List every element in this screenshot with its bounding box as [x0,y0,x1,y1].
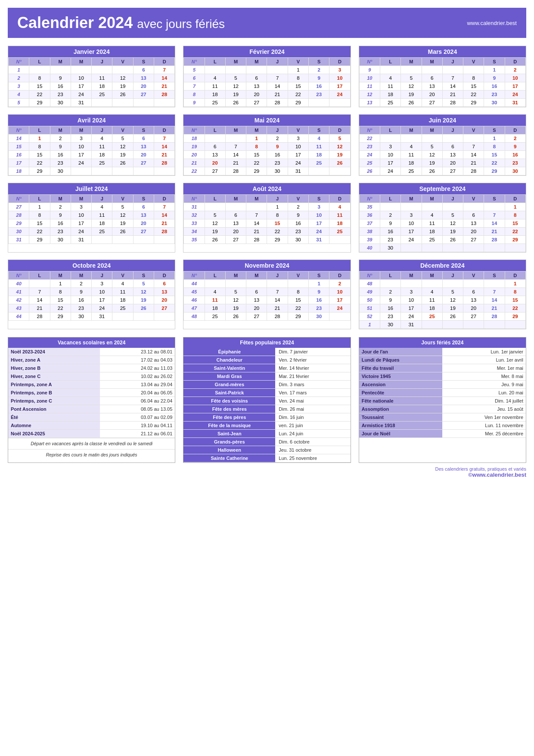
table-row: 196789101112 [184,143,350,151]
list-item: Grand-mèresDim. 3 mars [183,381,350,389]
month-block-11: Décembre 2024N°LMMJVSD481492345678509101… [359,259,526,329]
list-item: Jour de l'anLun. 1er janvier [359,348,526,356]
table-row: 48252627282930 [184,312,350,321]
list-item: Sainte CatherineLun. 25 novembre [183,454,350,462]
table-row: 13031 [359,321,525,329]
table-row: 233456789 [359,143,525,151]
list-item: HalloweenJeu. 31 octobre [183,446,350,454]
list-item: Saint-PatrickVen. 17 mars [183,389,350,397]
website-text: www.calendrier.best [467,20,517,26]
header-subtitle-text: avec jours fériés [137,17,225,31]
table-row: 315161718192021 [9,82,175,91]
table-row: 2624252627282930 [359,167,525,175]
table-row: 5223242526272829 [359,312,525,321]
month-block-1: Février 2024N°LMMJVSD5123645678910711121… [183,46,351,107]
list-item: Saint-ValentinMer. 14 février [183,364,350,372]
table-row: 271234567 [9,203,175,211]
vacances-block: Vacances scolaires en 2024Noël 2023-2024… [8,337,175,463]
header-title-text: Calendrier 2024 [17,14,133,31]
table-row: 4611121314151617 [184,296,350,304]
list-item: Saint-JeanLun. 24 juin [183,430,350,438]
table-row: 2410111213141516 [359,151,525,159]
month-block-6: Juillet 2024N°LMMJVSD2712345672889101112… [8,183,175,253]
table-row: 1722232425262728 [9,159,175,167]
list-item: Fête des mèresDim. 26 mai [183,405,350,413]
table-row: 92526272829 [184,99,350,107]
table-row: 645678910 [184,74,350,82]
list-item: Pont Ascension08.05 au 13.05 [8,405,175,413]
table-row: 4545678910 [184,288,350,296]
table-row: 35262728293031 [184,236,350,244]
vacances-note: Départ en vacances après la classe le ve… [8,438,175,449]
month-header-10: Novembre 2024 [183,260,350,271]
footer: Des calendriers gratuits, pratiques et v… [8,466,526,478]
table-row: 3923242526272829 [359,236,525,244]
month-table-3: N°LMMJVSD1412345671589101112131416151617… [8,126,175,175]
list-item: Automne19.10 au 04.11 [8,422,175,430]
table-row: 4321222324252627 [9,304,175,312]
month-header-6: Juillet 2024 [8,183,175,194]
table-row: 422232425262728 [9,91,175,99]
table-row: 362345678 [359,211,525,219]
table-row: 1615161718192021 [9,151,175,159]
list-item: Printemps, zone A13.04 au 29.04 [8,381,175,389]
fetes-block: Fêtes populaires 2024ÉpiphanieDim. 7 jan… [183,337,351,463]
footer-line2: ©www.calendrier.best [8,472,526,478]
month-table-11: N°LMMJVSD4814923456785091011121314155116… [359,271,526,329]
list-item: ÉpiphanieDim. 7 janvier [183,348,350,356]
month-table-9: N°LMMJVSD4012345641789101112134214151617… [8,271,175,321]
table-row: 1218192021222324 [359,91,525,99]
vacances-header: Vacances scolaires en 2024 [8,337,175,348]
header: Calendrier 2024 avec jours fériés www.ca… [8,8,526,38]
month-header-5: Juin 2024 [359,115,526,126]
list-item: Hiver, zone A17.02 au 04.03 [8,356,175,364]
table-row: 351 [359,203,525,211]
table-row: 167 [9,66,175,74]
table-row: 4030 [359,244,525,252]
month-header-8: Septembre 2024 [359,183,526,194]
table-row: 711121314151617 [184,82,350,91]
list-item: Grands-pèresDim. 6 octobre [183,438,350,446]
table-row: 5116171819202122 [359,304,525,312]
table-row: 2013141516171819 [184,151,350,159]
table-row: 2891011121314 [9,74,175,82]
header-website: www.calendrier.best [467,20,517,26]
month-header-11: Décembre 2024 [359,260,526,271]
table-row: 492345678 [359,288,525,296]
month-header-7: Août 2024 [183,183,350,194]
month-table-1: N°LMMJVSD5123645678910711121314151617818… [183,57,350,107]
list-item: Printemps, zone B20.04 au 06.05 [8,389,175,397]
bottom-grid: Vacances scolaires en 2024Noël 2023-2024… [8,337,526,463]
table-row: 2212 [359,134,525,143]
table-row: 4428293031 [9,312,175,321]
month-header-2: Mars 2024 [359,46,526,57]
list-item: Noël 2023-202423.12 au 08.01 [8,348,175,356]
month-table-6: N°LMMJVSD2712345672889101112131429151617… [8,194,175,244]
month-block-3: Avril 2024N°LMMJVSD141234567158910111213… [8,114,175,176]
list-item: AscensionJeu. 9 mai [359,381,526,389]
month-header-0: Janvier 2024 [8,46,175,57]
header-title: Calendrier 2024 avec jours fériés [17,14,225,32]
month-table-0: N°LMMJVSD1672891011121314315161718192021… [8,57,175,107]
list-item: Fête de la musiqueven. 21 juin [183,422,350,430]
table-row: 818192021222324 [184,91,350,99]
table-row: 4178910111213 [9,288,175,296]
table-row: 4412 [184,280,350,288]
list-item: Fête du travailMer. 1er mai [359,364,526,372]
table-row: 1812345 [184,134,350,143]
table-row: 28891011121314 [9,211,175,219]
month-block-2: Mars 2024N°LMMJVSD9121045678910111112131… [359,46,526,107]
table-row: 182930 [9,167,175,175]
table-row: 509101112131415 [359,296,525,304]
vacances-table: Noël 2023-202423.12 au 08.01Hiver, zone … [8,348,175,438]
list-item: Hiver, zone C10.02 au 26.02 [8,372,175,381]
table-row: 4214151617181920 [9,296,175,304]
month-table-5: N°LMMJVSD2212233456789241011121314151625… [359,126,526,175]
month-table-8: N°LMMJVSD3513623456783791011121314153816… [359,194,526,252]
list-item: Noël 2024-202521.12 au 06.01 [8,430,175,438]
month-header-4: Mai 2024 [183,115,350,126]
table-row: 2120212223242526 [184,159,350,167]
month-block-4: Mai 2024N°LMMJVSD18123451967891011122013… [183,114,351,176]
fetes-header: Fêtes populaires 2024 [183,337,350,348]
table-row: 141234567 [9,134,175,143]
